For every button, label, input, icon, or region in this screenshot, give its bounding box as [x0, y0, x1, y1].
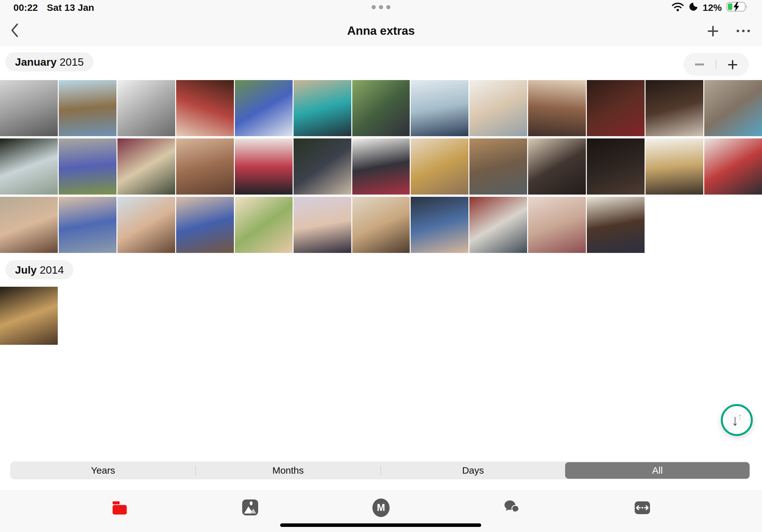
- back-button[interactable]: [10, 22, 19, 39]
- photo-thumbnail[interactable]: [528, 138, 586, 195]
- page-title: Anna extras: [347, 24, 415, 37]
- photo-thumbnail[interactable]: [117, 138, 175, 195]
- wifi-icon: [671, 2, 684, 14]
- photo-thumbnail[interactable]: [469, 197, 527, 253]
- image-icon: [241, 499, 259, 532]
- segment-days[interactable]: Days: [381, 462, 566, 479]
- photo-gallery: January 2015July 2014: [0, 46, 762, 345]
- battery-percent: 12%: [703, 2, 722, 13]
- photo-thumbnail[interactable]: [469, 138, 527, 195]
- tab-home[interactable]: M: [316, 499, 446, 532]
- photo-thumbnail[interactable]: [587, 80, 645, 136]
- photo-thumbnail[interactable]: [411, 138, 468, 195]
- navigation-bar: Anna extras + •••: [0, 15, 762, 46]
- gallery-section: January 2015: [0, 46, 762, 253]
- photo-thumbnail[interactable]: [294, 197, 351, 253]
- top-bar: 00:22 Sat 13 Jan 12%: [0, 0, 762, 46]
- chat-bubbles-icon: [503, 499, 521, 532]
- home-indicator[interactable]: [280, 523, 481, 527]
- photo-thumbnail[interactable]: [117, 80, 175, 136]
- photo-thumbnail[interactable]: [117, 197, 175, 253]
- sort-up-arrow-icon: ↑: [738, 411, 742, 422]
- photo-thumbnail[interactable]: [0, 287, 58, 345]
- tab-transfers[interactable]: [577, 499, 708, 532]
- photo-thumbnail[interactable]: [528, 80, 586, 136]
- photo-thumbnail[interactable]: [0, 138, 58, 195]
- timeline-segmented-control: Years Months Days All: [10, 461, 750, 479]
- screen: 00:22 Sat 13 Jan 12%: [0, 0, 762, 532]
- photo-thumbnail[interactable]: [176, 80, 234, 136]
- multitasking-dots-icon: [372, 5, 391, 9]
- photo-thumbnail[interactable]: [646, 138, 703, 195]
- back-chevron-icon: [10, 22, 19, 39]
- clock: 00:22: [13, 2, 38, 13]
- nav-actions: + •••: [705, 21, 752, 41]
- photo-thumbnail[interactable]: [0, 197, 58, 253]
- tab-chat[interactable]: [446, 499, 577, 532]
- photo-thumbnail[interactable]: [352, 80, 410, 136]
- thumbnail-grid: [0, 80, 762, 253]
- tab-cloud-drive[interactable]: [54, 499, 185, 532]
- photo-thumbnail[interactable]: [704, 138, 762, 195]
- thumbnail-zoom-control: − +: [683, 53, 749, 76]
- photo-thumbnail[interactable]: [411, 80, 468, 136]
- photo-thumbnail[interactable]: [59, 197, 116, 253]
- photo-thumbnail[interactable]: [646, 80, 703, 136]
- segment-months[interactable]: Months: [196, 462, 380, 479]
- segment-all[interactable]: All: [565, 462, 750, 479]
- folder-icon: [111, 499, 128, 532]
- photo-thumbnail[interactable]: [235, 138, 293, 195]
- photo-thumbnail[interactable]: [235, 197, 293, 253]
- photo-thumbnail[interactable]: [235, 80, 293, 136]
- zoom-in-button[interactable]: +: [727, 55, 738, 74]
- mega-m-icon: M: [372, 499, 390, 517]
- photo-thumbnail[interactable]: [176, 138, 234, 195]
- add-button[interactable]: +: [705, 21, 721, 41]
- photo-thumbnail[interactable]: [587, 197, 645, 253]
- photo-thumbnail[interactable]: [59, 138, 116, 195]
- photo-thumbnail[interactable]: [294, 80, 351, 136]
- photo-thumbnail[interactable]: [411, 197, 468, 253]
- status-date: Sat 13 Jan: [47, 2, 94, 13]
- photo-thumbnail[interactable]: [59, 80, 116, 136]
- date-header-pill: January 2015: [5, 52, 94, 71]
- photo-thumbnail[interactable]: [352, 197, 410, 253]
- more-options-button[interactable]: •••: [736, 26, 752, 36]
- gallery-section: July 2014: [0, 253, 762, 345]
- photo-thumbnail[interactable]: [0, 80, 58, 136]
- transfers-icon: [634, 499, 651, 532]
- photo-thumbnail[interactable]: [352, 138, 410, 195]
- photo-thumbnail[interactable]: [587, 138, 645, 195]
- photo-thumbnail[interactable]: [176, 197, 234, 253]
- photo-thumbnail[interactable]: [704, 80, 762, 136]
- status-right: 12%: [671, 1, 749, 14]
- focus-moon-icon: [689, 2, 698, 14]
- tab-photos[interactable]: [185, 499, 316, 532]
- photo-thumbnail[interactable]: [528, 197, 586, 253]
- status-bar: 00:22 Sat 13 Jan 12%: [0, 0, 762, 15]
- thumbnail-grid: [0, 287, 762, 345]
- sort-button[interactable]: ↓ ↑: [721, 404, 753, 436]
- date-header-pill: July 2014: [5, 260, 73, 279]
- photo-thumbnail[interactable]: [469, 80, 527, 136]
- zoom-out-button[interactable]: −: [694, 55, 705, 73]
- status-left: 00:22 Sat 13 Jan: [13, 2, 94, 13]
- battery-charging-icon: [726, 1, 749, 14]
- segment-years[interactable]: Years: [11, 462, 195, 479]
- zoom-divider: [716, 60, 717, 69]
- photo-thumbnail[interactable]: [294, 138, 351, 195]
